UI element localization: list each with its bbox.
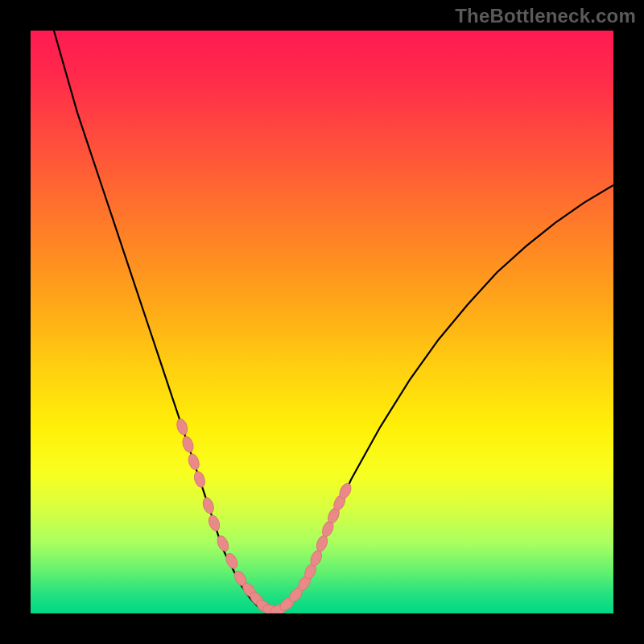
bottleneck-curve [54, 31, 613, 613]
bead-marker [192, 470, 207, 489]
bead-marker [175, 418, 189, 436]
bead-marker [215, 535, 230, 553]
bead-marker [315, 535, 330, 553]
chart-svg [31, 31, 613, 613]
bead-marker [187, 452, 201, 471]
chart-frame: TheBottleneck.com [0, 0, 644, 644]
bead-markers [175, 418, 353, 613]
plot-area [31, 31, 613, 613]
bead-marker [181, 436, 196, 454]
bead-marker [207, 514, 221, 532]
bead-marker [201, 497, 216, 515]
watermark-text: TheBottleneck.com [455, 5, 636, 27]
